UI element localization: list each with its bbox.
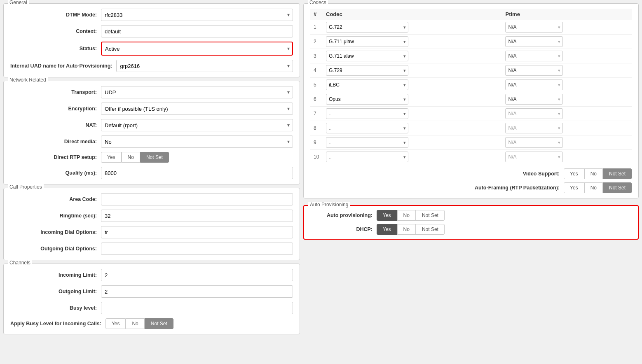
codec-codec-3: G.711 alaw (323, 49, 502, 63)
codec-codec-8: .. (323, 121, 502, 135)
dhcp-yes-button[interactable]: Yes (377, 224, 397, 235)
video-support-notset-button[interactable]: Not Set (603, 168, 632, 179)
qualify-label: Qualify (ms): (10, 170, 101, 176)
outgoing-limit-row: Outgoing Limit: (10, 285, 293, 298)
auto-prov-row: Auto provisioning: Yes No Not Set (311, 210, 631, 221)
video-support-no-button[interactable]: No (584, 168, 603, 179)
busy-level-input[interactable] (101, 302, 293, 314)
status-select[interactable]: Active Inactive (101, 42, 293, 56)
incoming-limit-input[interactable] (101, 269, 293, 281)
ptime-select-10[interactable]: N/A (505, 152, 563, 162)
codec-codec-10: .. (323, 150, 502, 164)
incoming-limit-row: Incoming Limit: (10, 269, 293, 281)
area-code-row: Area Code: (10, 193, 293, 205)
codec-select-9[interactable]: .. (326, 137, 408, 148)
auto-framing-no-button[interactable]: No (584, 182, 603, 193)
dhcp-notset-button[interactable]: Not Set (416, 224, 445, 235)
codec-codec-7: .. (323, 107, 502, 121)
ptime-select-7[interactable]: N/A (505, 108, 563, 119)
internal-uad-label: Internal UAD name for Auto-Provisioning: (10, 63, 116, 69)
incoming-dial-input[interactable] (101, 226, 293, 238)
codec-select-7[interactable]: .. (326, 108, 408, 119)
transport-select-wrapper: UDPTCPTLS (101, 86, 293, 98)
ptime-select-6[interactable]: N/A (505, 94, 563, 105)
dtmf-mode-select[interactable]: rfc2833 inband info (101, 9, 293, 21)
codec-codec-1: G.722 (323, 20, 502, 35)
codec-select-2[interactable]: G.711 µlaw (326, 36, 408, 47)
ptime-select-4[interactable]: N/A (505, 65, 563, 76)
codec-codec-5: iLBC (323, 78, 502, 92)
ringtime-input[interactable] (101, 210, 293, 222)
busy-level-row: Busy level: (10, 302, 293, 314)
ptime-select-9[interactable]: N/A (505, 137, 563, 148)
codec-select-10[interactable]: .. (326, 152, 408, 162)
dhcp-no-button[interactable]: No (397, 224, 416, 235)
codec-select-8[interactable]: .. (326, 123, 408, 133)
apply-busy-no-button[interactable]: No (126, 318, 144, 329)
video-support-row: Video Support: Yes No Not Set (310, 168, 632, 179)
apply-busy-row: Apply Busy Level for Incoming Calls: Yes… (10, 318, 293, 329)
codec-select-3[interactable]: G.711 alaw (326, 51, 408, 61)
codec-select-4[interactable]: G.729 (326, 65, 408, 76)
codec-ptime-3: N/A (502, 49, 632, 63)
codec-ptime-5: N/A (502, 78, 632, 92)
call-properties-section: Call Properties Area Code: Ringtime (sec… (3, 188, 300, 260)
codec-num-1: 1 (310, 20, 323, 35)
codec-ptime-1: N/A (502, 20, 632, 35)
apply-busy-notset-button[interactable]: Not Set (145, 318, 173, 329)
ptime-select-8[interactable]: N/A (505, 123, 563, 133)
apply-busy-yes-button[interactable]: Yes (105, 318, 126, 329)
ptime-select-3[interactable]: N/A (505, 51, 563, 61)
qualify-input[interactable] (101, 167, 293, 179)
ptime-select-5[interactable]: N/A (505, 79, 563, 90)
auto-prov-btn-group: Yes No Not Set (377, 210, 445, 221)
outgoing-limit-input[interactable] (101, 285, 293, 298)
nat-row: NAT: Default (rport)YesNo (10, 119, 293, 131)
auto-prov-notset-button[interactable]: Not Set (416, 210, 445, 221)
codec-row-5: 5iLBCN/A (310, 78, 632, 92)
outgoing-dial-input[interactable] (101, 243, 293, 255)
channels-title: Channels (8, 260, 32, 266)
codec-num-6: 6 (310, 92, 323, 107)
direct-rtp-notset-button[interactable]: Not Set (140, 152, 169, 163)
auto-prov-no-button[interactable]: No (397, 210, 416, 221)
call-properties-title: Call Properties (8, 184, 44, 190)
auto-framing-yes-button[interactable]: Yes (564, 182, 584, 193)
direct-rtp-no-button[interactable]: No (122, 152, 140, 163)
qualify-row: Qualify (ms): (10, 167, 293, 179)
status-select-wrapper: Active Inactive (101, 42, 293, 56)
ptime-select-wrapper-5: N/A (505, 79, 563, 90)
transport-select[interactable]: UDPTCPTLS (101, 86, 293, 98)
dhcp-btn-group: Yes No Not Set (377, 224, 445, 235)
codec-num-9: 9 (310, 135, 323, 150)
context-input[interactable] (101, 25, 293, 37)
internal-uad-select[interactable]: grp2616 (116, 60, 293, 72)
auto-framing-notset-button[interactable]: Not Set (603, 182, 632, 193)
codec-ptime-10: N/A (502, 150, 632, 164)
nat-select[interactable]: Default (rport)YesNo (101, 119, 293, 131)
area-code-input[interactable] (101, 193, 293, 205)
ptime-select-wrapper-2: N/A (505, 36, 563, 47)
encryption-select[interactable]: Offer if possible (TLS only)NoneRequired (101, 103, 293, 115)
col-num: # (310, 9, 323, 20)
direct-media-select[interactable]: NoYes (101, 135, 293, 148)
codec-select-wrapper-4: G.729 (326, 65, 408, 76)
general-title: General (8, 0, 29, 5)
dtmf-mode-row: DTMF Mode: rfc2833 inband info (10, 9, 293, 21)
auto-prov-yes-button[interactable]: Yes (377, 210, 397, 221)
ptime-select-wrapper-8: N/A (505, 123, 563, 133)
codec-select-wrapper-7: .. (326, 108, 408, 119)
busy-level-label: Busy level: (10, 305, 101, 311)
codec-select-5[interactable]: iLBC (326, 79, 408, 90)
ptime-select-2[interactable]: N/A (505, 36, 563, 47)
codec-select-6[interactable]: Opus (326, 94, 408, 105)
ptime-select-1[interactable]: N/A (505, 22, 563, 33)
dhcp-row: DHCP: Yes No Not Set (311, 224, 631, 235)
nat-select-wrapper: Default (rport)YesNo (101, 119, 293, 131)
context-label: Context: (10, 28, 101, 34)
video-support-yes-button[interactable]: Yes (564, 168, 584, 179)
codec-select-1[interactable]: G.722 (326, 22, 408, 33)
codec-select-wrapper-1: G.722 (326, 22, 408, 33)
direct-rtp-yes-button[interactable]: Yes (101, 152, 122, 163)
col-ptime: Ptime (502, 9, 632, 20)
